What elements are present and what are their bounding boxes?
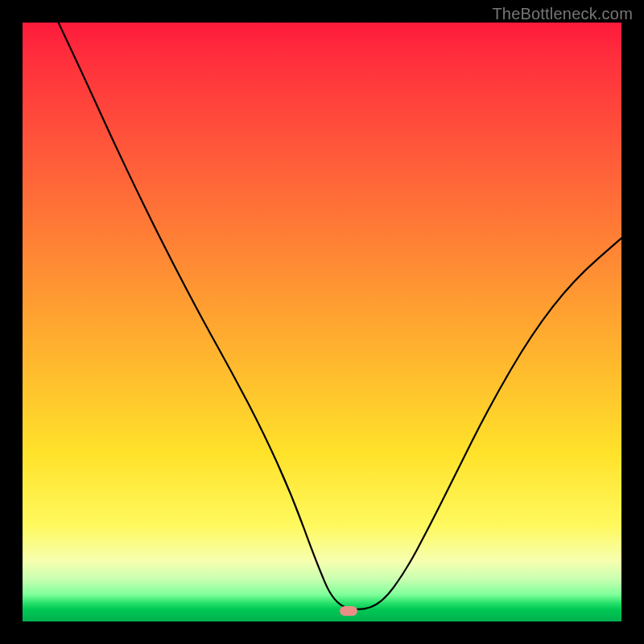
bottleneck-curve [59, 23, 621, 609]
optimal-marker [340, 606, 357, 616]
chart-stage: TheBottleneck.com [0, 0, 644, 644]
curve-svg [23, 23, 621, 621]
plot-area [23, 23, 621, 621]
watermark-text: TheBottleneck.com [492, 5, 633, 23]
